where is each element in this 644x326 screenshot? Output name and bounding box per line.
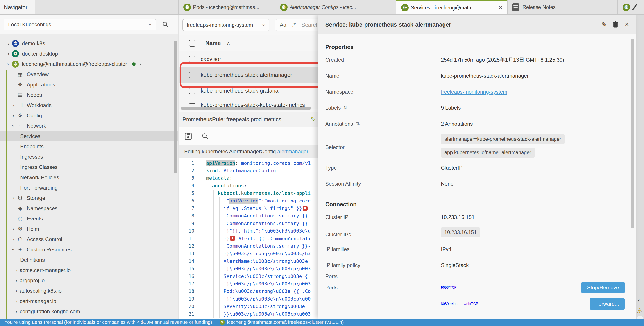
sidebar-item-configuration-konghq-com[interactable]: ›configuration.konghq.com — [0, 306, 178, 316]
tab-close-icon[interactable]: × — [499, 4, 502, 11]
chevron-collapsed-icon[interactable]: › — [10, 112, 17, 119]
line-number: 6 — [178, 198, 194, 204]
tab-pods[interactable]: ☸Pods - icecheng@mathmas... — [178, 0, 275, 14]
sidebar-item-events[interactable]: ◷Events — [0, 214, 178, 224]
sort-caret-icon[interactable]: ∧ — [226, 40, 230, 46]
indent-guide — [208, 272, 208, 280]
edit-pencil-icon[interactable]: ✎ — [598, 21, 610, 28]
column-name[interactable]: Name — [205, 40, 221, 46]
chevron-collapsed-icon[interactable]: › — [5, 51, 12, 57]
table-horizontal-scrollbar[interactable] — [180, 107, 311, 110]
port-action-button[interactable]: Forward... — [590, 298, 625, 310]
row-label: Selector — [325, 144, 441, 150]
drawer-scrollbar[interactable] — [631, 39, 634, 228]
chevron-expanded-icon[interactable]: › — [6, 61, 12, 67]
sidebar-item-overview[interactable]: ▦Overview — [0, 69, 178, 80]
chevron-collapsed-icon[interactable]: › — [13, 298, 20, 304]
indent-guide — [208, 227, 208, 235]
row-checkbox[interactable] — [189, 88, 196, 94]
sidebar-item-config[interactable]: ›⚙Config — [0, 110, 178, 121]
sidebar-item-custom-resources[interactable]: ›✦Custom Resources — [0, 244, 178, 255]
row-checkbox[interactable] — [189, 72, 196, 78]
match-case-toggle[interactable]: Aa — [280, 22, 286, 28]
indent-guide — [219, 280, 220, 288]
kubeconfig-select[interactable]: Local Kubeconfigs › — [4, 19, 156, 30]
sidebar-item-cert-manager-io[interactable]: ›cert-manager.io — [0, 296, 178, 306]
select-all-checkbox[interactable] — [189, 40, 196, 46]
drawer-row-cluster-ip: Cluster IP10.233.16.151 — [325, 209, 630, 225]
sidebar-item-nodes[interactable]: ▤Nodes — [0, 90, 178, 100]
sidebar-item-network-policies[interactable]: Network Policies — [0, 172, 178, 182]
chevron-collapsed-icon[interactable]: › — [13, 308, 20, 314]
port-link[interactable]: 8080:reloader-web/TCP — [441, 302, 478, 306]
sidebar-item-argoproj-io[interactable]: ›argoproj.io — [0, 275, 178, 286]
namespace-link[interactable]: freeleaps-monitoring-system — [441, 89, 507, 95]
row-label: Ports — [325, 273, 441, 280]
chevron-collapsed-icon[interactable]: › — [10, 102, 17, 108]
chevron-collapsed-icon[interactable]: › — [13, 288, 20, 294]
sidebar-item-helm[interactable]: ›☸Helm — [0, 224, 178, 234]
sidebar-item-cluster-docker-desktop[interactable]: ›☸docker-desktop — [0, 48, 178, 59]
tab-services[interactable]: ☸Services - icecheng@math...× — [396, 0, 507, 14]
save-icon[interactable] — [183, 132, 193, 141]
sidebar-item-port-forwarding[interactable]: Port Forwarding — [0, 182, 178, 193]
sidebar-item-cluster-demo-k8s[interactable]: ›☸demo-k8s — [0, 38, 178, 48]
indent-guide — [219, 302, 220, 310]
regex-toggle[interactable]: .* — [292, 22, 296, 28]
sidebar-item-access-control[interactable]: ›☖Access Control — [0, 234, 178, 244]
indent-guide — [208, 257, 208, 265]
drawer-row-ip-families: IP familiesIPv4 — [325, 241, 630, 257]
chevron-right-icon[interactable]: › — [140, 61, 141, 67]
alertmanager-link[interactable]: alertmanager — [277, 148, 308, 154]
tab-overflow-tab[interactable]: ☸ — [618, 0, 644, 14]
tab-release-notes[interactable]: Release Notes — [507, 0, 618, 14]
chevron-collapsed-icon[interactable]: › — [10, 195, 17, 201]
tab-alertmanager-configs[interactable]: ☸Alertmanager Configs - icec... — [275, 0, 396, 14]
sidebar-item-acme-cert-manager-io[interactable]: ›acme.cert-manager.io — [0, 265, 178, 275]
warning-triangle-icon[interactable]: ⚠ — [636, 307, 643, 315]
chevron-left-icon[interactable]: ‹ — [638, 297, 640, 304]
row-checkbox[interactable] — [189, 56, 196, 62]
sidebar-item-label: Endpoints — [20, 144, 44, 150]
line-number: 13 — [178, 251, 194, 256]
namespace-select[interactable]: freeleaps-monitoring-system › — [182, 19, 269, 31]
chevron-expanded-icon[interactable]: › — [10, 123, 16, 129]
indent-guide — [213, 302, 214, 310]
sidebar-item-cluster-freeleaps[interactable]: ›☸icecheng@mathmast.com@freeleaps-cluste… — [0, 59, 178, 69]
edit-pencil-icon[interactable]: ✎ — [310, 116, 316, 123]
drawer-row-namespace: Namespacefreeleaps-monitoring-system — [325, 84, 630, 100]
port-action-button[interactable]: Stop/Remove — [582, 282, 625, 293]
indent-guide — [213, 265, 214, 272]
sidebar-item-namespaces[interactable]: ◆Namespaces — [0, 203, 178, 214]
sidebar-item-services[interactable]: Services — [0, 131, 178, 141]
sidebar-item-ingress-classes[interactable]: Ingress Classes — [0, 162, 178, 172]
sidebar-item-workloads[interactable]: ›❒Workloads — [0, 100, 178, 110]
chevron-collapsed-icon[interactable]: › — [10, 226, 17, 232]
sidebar-item-applications[interactable]: ❖Applications — [0, 80, 178, 90]
sidebar-item-ingresses[interactable]: Ingresses — [0, 152, 178, 162]
chevron-expanded-icon[interactable]: › — [10, 246, 16, 253]
sidebar-item-endpoints[interactable]: Endpoints — [0, 141, 178, 152]
line-number: 12 — [178, 243, 194, 249]
sort-arrows-icon[interactable]: ⇅ — [344, 105, 348, 111]
editor-search-icon[interactable] — [200, 132, 210, 141]
search-icon[interactable] — [162, 21, 169, 28]
license-notice[interactable]: You're using Lens Personal (for individu… — [4, 320, 212, 325]
sort-arrows-icon[interactable]: ⇅ — [356, 121, 360, 127]
sidebar-scrollbar[interactable] — [174, 41, 177, 173]
active-cluster-status[interactable]: ☸ icecheng@mathmast.com@freeleaps-cluste… — [220, 320, 344, 325]
port-link[interactable]: 9093/TCP — [441, 286, 457, 289]
chevron-collapsed-icon[interactable]: › — [5, 40, 12, 46]
sidebar-item-network[interactable]: ›↑↓Network — [0, 121, 178, 131]
sidebar-item-autoscaling-k8s-io[interactable]: ›autoscaling.k8s.io — [0, 286, 178, 296]
network-icon: ↑↓ — [17, 122, 24, 130]
chevron-collapsed-icon[interactable]: › — [13, 267, 20, 273]
chevron-collapsed-icon[interactable]: › — [13, 278, 20, 284]
sidebar-item-storage[interactable]: ›⛁Storage — [0, 193, 178, 203]
delete-trash-icon[interactable] — [610, 21, 621, 28]
indent-guide — [208, 197, 208, 204]
chevron-collapsed-icon[interactable]: › — [10, 236, 17, 242]
indent-guide — [208, 265, 208, 272]
sidebar-item-definitions[interactable]: Definitions — [0, 255, 178, 265]
close-icon[interactable]: × — [621, 20, 632, 29]
